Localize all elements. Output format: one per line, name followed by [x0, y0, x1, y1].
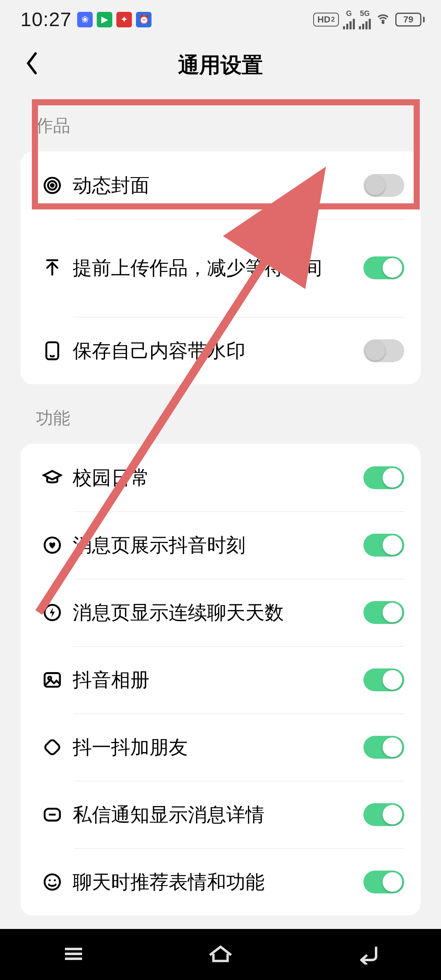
nav-back-button[interactable] — [353, 943, 382, 966]
toggle-pre-upload[interactable] — [363, 256, 404, 279]
setting-label: 抖一抖加朋友 — [73, 734, 363, 760]
notif-app-icon: ❀ — [77, 12, 93, 27]
svg-rect-9 — [44, 739, 60, 755]
svg-point-12 — [45, 874, 60, 890]
phone-icon — [32, 341, 73, 361]
status-time: 10:27 — [20, 8, 71, 31]
heart-icon — [32, 535, 73, 555]
grad-icon — [32, 468, 73, 488]
msg-icon — [32, 804, 73, 825]
target-icon — [32, 175, 73, 196]
app-header: 通用设置 — [0, 39, 441, 92]
system-nav-bar — [0, 929, 441, 980]
setting-row-campus[interactable]: 校园日常 — [20, 444, 421, 511]
settings-content: 作品动态封面提前上传作品，减少等待时间保存自己内容带水印功能校园日常消息页展示抖… — [0, 92, 441, 915]
setting-row-moments[interactable]: 消息页展示抖音时刻 — [20, 511, 421, 579]
battery-indicator: 79 — [395, 13, 425, 27]
flash-icon — [32, 602, 73, 623]
upload-icon — [32, 258, 73, 278]
back-button[interactable] — [16, 43, 47, 88]
status-app-icons: ❀ ▶ ✦ ⏰ — [77, 12, 151, 27]
setting-row-pre-upload[interactable]: 提前上传作品，减少等待时间 — [20, 219, 421, 317]
wifi-icon — [375, 12, 391, 27]
toggle-dynamic-cover[interactable] — [363, 174, 404, 197]
setting-label: 校园日常 — [73, 465, 363, 490]
setting-row-dm-detail[interactable]: 私信通知显示消息详情 — [20, 781, 421, 848]
section-card-works: 动态封面提前上传作品，减少等待时间保存自己内容带水印 — [20, 151, 421, 384]
setting-row-watermark[interactable]: 保存自己内容带水印 — [20, 317, 421, 384]
toggle-album[interactable] — [363, 668, 404, 691]
section-title-works: 作品 — [0, 92, 441, 151]
setting-label: 动态封面 — [73, 172, 363, 198]
svg-point-14 — [54, 879, 56, 881]
status-bar: 10:27 ❀ ▶ ✦ ⏰ HD2 G 5G 79 — [0, 0, 441, 39]
setting-row-album[interactable]: 抖音相册 — [20, 646, 421, 713]
toggle-campus[interactable] — [363, 466, 404, 489]
image-icon — [32, 670, 73, 690]
toggle-emoji-rec[interactable] — [363, 871, 404, 893]
notif-app-icon: ⏰ — [136, 12, 151, 27]
setting-label: 消息页展示抖音时刻 — [73, 532, 363, 558]
setting-row-shake[interactable]: 抖一抖加朋友 — [20, 713, 421, 781]
section-card-features: 校园日常消息页展示抖音时刻消息页显示连续聊天天数抖音相册抖一抖加朋友私信通知显示… — [20, 444, 421, 915]
notif-app-icon: ▶ — [97, 12, 112, 27]
signal-2: 5G — [359, 10, 371, 29]
toggle-streak[interactable] — [363, 601, 404, 624]
signal-1: G — [343, 10, 355, 29]
setting-label: 抖音相册 — [73, 667, 363, 693]
svg-point-3 — [51, 184, 54, 187]
setting-row-streak[interactable]: 消息页显示连续聊天天数 — [20, 579, 421, 646]
page-title: 通用设置 — [178, 51, 263, 80]
setting-label: 私信通知显示消息详情 — [73, 802, 363, 827]
svg-point-13 — [49, 879, 51, 881]
setting-row-dynamic-cover[interactable]: 动态封面 — [20, 151, 421, 219]
setting-label: 消息页显示连续聊天天数 — [73, 599, 363, 625]
smile-icon — [32, 872, 73, 892]
setting-label: 聊天时推荐表情和功能 — [73, 869, 363, 895]
toggle-shake[interactable] — [363, 736, 404, 759]
notif-app-icon: ✦ — [116, 12, 132, 27]
toggle-moments[interactable] — [363, 534, 404, 557]
toggle-watermark[interactable] — [363, 339, 404, 362]
svg-point-0 — [382, 22, 384, 23]
toggle-dm-detail[interactable] — [363, 803, 404, 826]
nav-home-button[interactable] — [206, 943, 235, 966]
rotate-icon — [32, 737, 73, 757]
hd-badge: HD2 — [313, 13, 339, 27]
section-title-features: 功能 — [0, 384, 441, 444]
setting-label: 提前上传作品，减少等待时间 — [73, 255, 363, 281]
setting-label: 保存自己内容带水印 — [73, 338, 363, 363]
nav-recent-button[interactable] — [59, 943, 88, 966]
setting-row-emoji-rec[interactable]: 聊天时推荐表情和功能 — [20, 848, 421, 915]
